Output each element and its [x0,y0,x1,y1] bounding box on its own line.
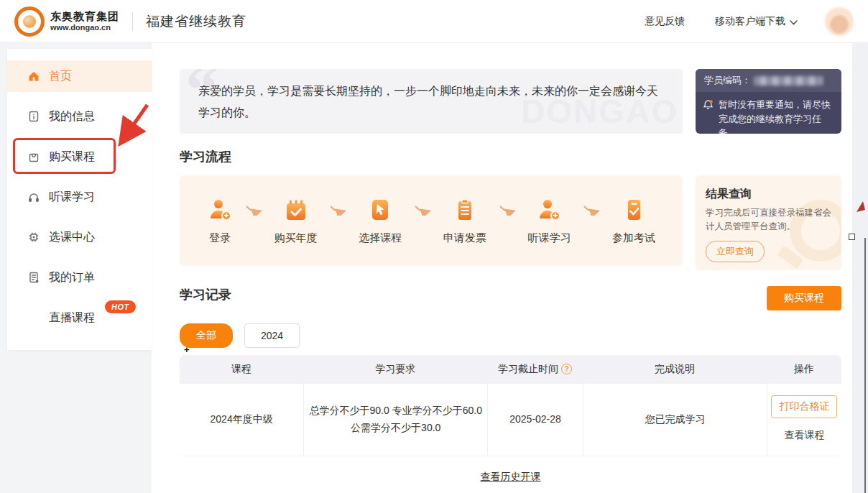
sidebar-item-label: 直播课程 [49,310,95,326]
logo-url: www.dongao.cn [50,23,119,32]
flow-section-title: 学习流程 [180,148,852,165]
page-title: 福建省继续教育 [146,12,246,31]
flow-step-choose-course: 选择课程 [359,197,402,245]
annotation-handle [849,234,855,240]
flow-step-listen: 听课学习 [527,197,571,245]
result-query-title: 结果查询 [706,187,831,202]
flow-step-label: 登录 [209,231,231,245]
col-header-actions: 操作 [767,361,841,378]
sidebar-item-my-orders[interactable]: 我的订单 [7,262,152,293]
logo[interactable]: 东奥教育集团 www.dongao.cn [14,6,119,37]
page: 东奥教育集团 www.dongao.cn 福建省继续教育 意见反馈 移动客户端下… [0,0,868,493]
flow-step-label: 购买年度 [274,231,318,245]
hot-badge: HOT [105,300,136,313]
student-panel: 学员编码： 暂时没有重要通知，请尽快完成您的继续教育学习任务。 [696,69,841,134]
flow-arrow-icon [413,204,432,218]
cell-course: 2024年度中级 [180,384,303,456]
main-content: “ 亲爱的学员，学习是需要长期坚持的，一步一个脚印地走向未来，未来的你一定会感谢… [152,43,852,493]
flow-step-label: 参加考试 [612,231,655,245]
mobile-download-label: 移动客户端下载 [715,15,785,28]
buy-course-button[interactable]: 购买课程 [767,286,841,310]
flow-step-login: 登录 [207,197,233,245]
flow-arrow-icon [328,204,347,218]
exam-card-icon [621,197,647,226]
sidebar-item-label: 我的订单 [49,270,95,285]
result-query-desc: 学习完成后可直接登录福建省会计人员管理平台查询。 [706,206,831,234]
bell-icon [703,98,714,134]
user-add-icon [207,197,233,226]
header: 东奥教育集团 www.dongao.cn 福建省继续教育 意见反馈 移动客户端下… [0,0,868,43]
view-history-link[interactable]: 查看历史开课 [180,471,841,484]
scrollbar[interactable] [864,238,866,493]
headphones-icon [27,190,40,203]
mobile-download-menu[interactable]: 移动客户端下载 [715,15,798,28]
flow-arrow-icon [244,204,263,218]
flow-step-buy-year: 购买年度 [274,197,318,245]
col-header-course: 课程 [180,361,303,378]
edge-red-arrow-fragment [856,201,866,217]
view-course-link[interactable]: 查看课程 [784,427,824,444]
cursor-select-icon [367,197,393,226]
header-divider [132,12,133,31]
welcome-text: 亲爱的学员，学习是需要长期坚持的，一步一个脚印地走向未来，未来的你一定会感谢今天… [198,80,664,123]
flow-arrow-icon [582,204,601,218]
tab-2024[interactable]: 2024 [244,323,300,348]
flow-step-label: 申请发票 [443,231,486,245]
invoice-icon [452,197,478,226]
table-header-row: 课程 学习要求 学习截止时间 ? 完成说明 操作 [180,355,841,384]
chevron-down-icon [790,15,798,28]
chip-icon [27,231,40,244]
table-row: 2024年度中级 总学分不少于90.0 专业学分不少于60.0 公需学分不少于3… [180,384,841,456]
sidebar-item-live-course[interactable]: 直播课程 HOT [7,302,152,333]
notice-text: 暂时没有重要通知，请尽快完成您的继续教育学习任务。 [719,98,834,134]
col-header-requirement: 学习要求 [303,361,487,378]
student-code-label: 学员编码： [704,74,751,87]
order-list-icon [27,271,40,284]
sidebar-item-listen-study[interactable]: 听课学习 [7,181,152,213]
sidebar-item-my-info[interactable]: 我的信息 [7,101,152,132]
user-listen-icon [536,197,562,226]
right-gutter [852,43,868,493]
shopping-bag-icon [27,150,40,163]
sidebar-item-label: 购买课程 [49,149,95,165]
info-doc-icon [27,110,40,123]
sidebar-item-label: 首页 [49,69,72,84]
flow-step-label: 选择课程 [359,231,402,245]
records-tabs: 全部 2024 [180,323,852,348]
cell-status: 您已完成学习 [583,384,767,456]
cell-requirement: 总学分不少于90.0 专业学分不少于60.0 公需学分不少于30.0 [303,384,487,456]
avatar[interactable] [825,7,854,36]
feedback-link[interactable]: 意见反馈 [645,15,685,28]
flow-step-label: 听课学习 [527,231,571,245]
records-section-title: 学习记录 [180,286,231,303]
welcome-banner: “ 亲爱的学员，学习是需要长期坚持的，一步一个脚印地走向未来，未来的你一定会感谢… [180,69,683,134]
mouse-cursor: + [184,344,190,355]
sidebar-item-home[interactable]: 首页 [7,60,152,92]
records-table: 课程 学习要求 学习截止时间 ? 完成说明 操作 2024年度中级 总学分不少于… [180,355,841,456]
col-header-status: 完成说明 [583,361,767,378]
query-now-button[interactable]: 立即查询 [706,241,765,262]
flow-step-exam: 参加考试 [612,197,655,245]
learning-flow: 登录 购买年度 选择课程 [180,175,683,266]
sidebar-item-label: 听课学习 [49,190,95,205]
cell-deadline: 2025-02-28 [487,384,583,456]
sidebar-item-label: 我的信息 [49,109,95,124]
sidebar-item-buy-course[interactable]: 购买课程 [7,141,152,172]
result-query-panel: 结果查询 学习完成后可直接登录福建省会计人员管理平台查询。 立即查询 [696,175,841,270]
question-icon[interactable]: ? [561,364,572,374]
student-code-redacted [754,76,823,86]
dongao-logo-icon [14,6,45,37]
sidebar-item-label: 选课中心 [49,230,95,245]
home-icon [27,70,40,83]
calendar-check-icon [283,197,309,226]
cell-actions: 打印合格证 查看课程 [767,384,841,456]
flow-arrow-icon [498,204,517,218]
flow-step-invoice: 申请发票 [443,197,486,245]
col-header-deadline: 学习截止时间 ? [487,361,583,378]
sidebar: 首页 我的信息 购买课程 听课学习 选课中心 [7,49,152,350]
sidebar-item-course-center[interactable]: 选课中心 [7,221,152,253]
logo-brand: 东奥教育集团 [50,11,119,23]
print-certificate-button[interactable]: 打印合格证 [771,395,837,418]
